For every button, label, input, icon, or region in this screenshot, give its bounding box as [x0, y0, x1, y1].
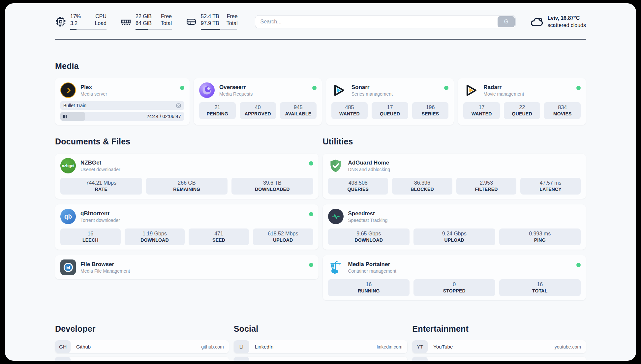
stat-upload: 9.24 Gbps UPLOAD	[413, 228, 495, 245]
disk-progress-fill	[201, 29, 220, 30]
stat-download: 9.65 Gbps DOWNLOAD	[328, 228, 410, 245]
app-card-qbittorrent[interactable]: qb qBittorrent Torrent downloader 16 LEE…	[55, 204, 319, 250]
cpu-load-label: Load	[95, 20, 107, 27]
cpu-widget: 17% 3.2 CPU Load	[55, 13, 107, 30]
speedtest-icon	[328, 209, 344, 224]
bookmark-url: netflix.com	[559, 361, 586, 361]
app-subtitle: Speedtest Tracking	[348, 218, 388, 223]
bookmark-name: Netflix	[433, 360, 447, 361]
memory-total-value: 64 GiB	[136, 20, 152, 27]
bookmark-name: StackOverflow	[76, 360, 108, 361]
bookmark-stackoverflow[interactable]: SO StackOverflow stackoverflow.com	[55, 357, 229, 361]
overseerr-icon	[199, 82, 215, 98]
memory-free-value: 22 GiB	[136, 13, 152, 20]
app-card-nzbget[interactable]: nzbget NZBGet Usenet downloader 744.21 M…	[55, 154, 319, 199]
memory-total-label: Total	[161, 20, 172, 27]
cpu-progress-fill	[70, 29, 76, 30]
bookmark-url: stackoverflow.com	[186, 361, 229, 361]
weather-widget: Lviv, 16.87°C scattered clouds	[530, 15, 586, 29]
stat-running: 16 RUNNING	[328, 279, 410, 296]
system-widgets: 17% 3.2 CPU Load	[55, 13, 238, 30]
search-input[interactable]	[255, 19, 498, 25]
cpu-progress-bar	[70, 29, 107, 30]
memory-progress-bar	[136, 29, 172, 30]
stat-filtered: 2,953 FILTERED	[456, 178, 517, 195]
pause-icon	[63, 115, 67, 118]
search-engine-button[interactable]: G	[498, 16, 515, 27]
cpu-usage-value: 17%	[70, 13, 81, 20]
bookmark-linkedin[interactable]: LI LinkedIn linkedin.com	[234, 340, 408, 353]
sonarr-icon	[331, 82, 347, 98]
bookmark-twitter[interactable]: TW Twitter twitter.com	[234, 357, 408, 361]
app-subtitle: Container management	[348, 268, 396, 274]
bookmark-url: github.com	[201, 344, 229, 349]
stat-leech: 16 LEECH	[60, 228, 121, 245]
header-divider	[55, 39, 586, 40]
app-card-filebrowser[interactable]: File Browser Media File Management	[55, 255, 319, 279]
bookmark-group-developer: Developer GH Github github.com SO StackO…	[55, 324, 229, 361]
stat-series: 196 SERIES	[412, 102, 449, 119]
app-card-sonarr[interactable]: Sonarr Series management 485 WANTED 17 Q…	[326, 78, 454, 125]
bookmark-abbr: TW	[234, 357, 249, 361]
memory-icon	[120, 16, 132, 27]
session-target-icon[interactable]	[176, 103, 181, 108]
section-title-social: Social	[234, 324, 408, 334]
app-card-speedtest[interactable]: Speedtest Speedtest Tracking 9.65 Gbps D…	[323, 204, 586, 250]
bookmark-name: LinkedIn	[255, 344, 274, 349]
adguard-icon	[328, 158, 344, 173]
stat-download: 1.19 Gbps DOWNLOAD	[125, 228, 185, 245]
app-card-overseerr[interactable]: Overseerr Media Requests 21 PENDING 40 A…	[194, 78, 322, 125]
stat-upload: 618.52 Mbps UPLOAD	[253, 228, 313, 245]
app-card-radarr[interactable]: Radarr Movie management 17 WANTED 22 QUE…	[458, 78, 586, 125]
media-grid: Plex Media server Bullet Train 24:44 / 0…	[55, 78, 586, 125]
app-card-portainer[interactable]: Media Portainer Container management 16 …	[323, 255, 586, 300]
stat-approved: 40 APPROVED	[240, 102, 276, 119]
stat-wanted: 485 WANTED	[331, 102, 368, 119]
search-box: G	[255, 15, 516, 28]
bookmark-netflix[interactable]: NF Netflix netflix.com	[412, 357, 586, 361]
disk-free-value: 52.4 TB	[201, 13, 219, 20]
section-title-entertainment: Entertainment	[412, 324, 586, 334]
app-card-plex[interactable]: Plex Media server Bullet Train 24:44 / 0…	[55, 78, 190, 125]
app-subtitle: Movie management	[483, 91, 524, 97]
app-card-adguard[interactable]: AdGuard Home DNS and adblocking 498,508 …	[323, 154, 586, 199]
bookmark-github[interactable]: GH Github github.com	[55, 340, 229, 353]
memory-progress-fill	[136, 29, 148, 30]
section-title-media: Media	[55, 61, 586, 71]
stat-downloaded: 39.6 TB DOWNLOADED	[231, 178, 313, 195]
filebrowser-icon	[60, 259, 76, 275]
qbittorrent-icon: qb	[60, 209, 76, 224]
bookmark-url: youtube.com	[555, 344, 586, 349]
bookmark-abbr: LI	[234, 340, 249, 353]
now-playing-time: 24:44 / 02:06:47	[146, 114, 184, 119]
bookmark-url: twitter.com	[380, 361, 407, 361]
bookmark-name: YouTube	[433, 344, 453, 349]
status-dot	[576, 86, 581, 90]
status-dot	[309, 212, 313, 216]
memory-free-label: Free	[161, 13, 172, 20]
stat-rate: 744.21 Mbps RATE	[60, 178, 142, 195]
app-subtitle: Torrent downloader	[80, 218, 120, 223]
stat-remaining: 266 GB REMAINING	[146, 178, 228, 195]
status-dot	[309, 263, 313, 267]
disk-progress-bar	[201, 29, 237, 30]
status-dot	[576, 263, 581, 267]
stat-queued: 17 QUEUED	[372, 102, 408, 119]
app-subtitle: Media Requests	[219, 91, 253, 97]
app-subtitle: Usenet downloader	[80, 167, 120, 172]
weather-location: Lviv, 16.87°C	[547, 15, 586, 22]
bookmark-youtube[interactable]: YT YouTube youtube.com	[412, 340, 586, 353]
stat-total: 16 TOTAL	[499, 279, 581, 296]
section-title-documents: Documents & Files	[55, 137, 319, 146]
stat-queries: 498,508 QUERIES	[328, 178, 388, 195]
hard-drive-icon	[186, 16, 197, 27]
radarr-icon	[463, 82, 479, 98]
stat-queued: 22 QUEUED	[504, 102, 540, 119]
now-playing-title-row: Bullet Train	[60, 101, 184, 110]
app-subtitle: Series management	[351, 91, 393, 97]
disk-free-label: Free	[227, 13, 238, 20]
stat-stopped: 0 STOPPED	[413, 279, 495, 296]
bookmark-name: Twitter	[255, 360, 269, 361]
plex-icon	[60, 82, 76, 98]
memory-widget: 22 GiB 64 GiB Free Total	[120, 13, 172, 30]
